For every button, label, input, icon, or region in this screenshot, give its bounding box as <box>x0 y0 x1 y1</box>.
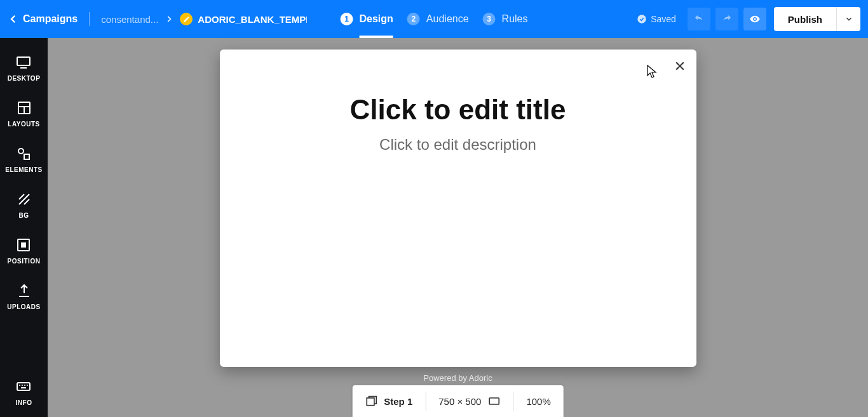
powered-by[interactable]: Powered by Adoric <box>423 373 492 383</box>
wizard-steps: 1 Design 2 Audience 3 Rules <box>341 0 528 38</box>
canvas-area[interactable]: Click to edit title Click to edit descri… <box>48 38 868 417</box>
breadcrumb-project[interactable]: consentand... <box>101 14 158 25</box>
breadcrumb-current[interactable]: ADORIC_BLANK_TEMPL <box>180 13 307 25</box>
elements-icon <box>16 146 31 161</box>
publish-dropdown[interactable] <box>836 7 860 31</box>
svg-rect-23 <box>489 398 499 404</box>
popup-canvas[interactable]: Click to edit title Click to edit descri… <box>220 50 696 367</box>
left-sidebar: DESKTOP LAYOUTS ELEMENTS BG POSITION UPL… <box>0 38 48 417</box>
sidebar-item-bg[interactable]: BG <box>17 192 32 237</box>
preview-button[interactable] <box>743 8 766 30</box>
position-icon <box>16 237 31 253</box>
sidebar-item-label: ELEMENTS <box>5 166 42 173</box>
saved-label: Saved <box>651 14 676 24</box>
chevron-right-icon <box>165 15 173 23</box>
sidebar-item-label: DESKTOP <box>8 75 41 82</box>
svg-point-0 <box>637 15 646 23</box>
svg-line-10 <box>24 199 29 204</box>
breadcrumb: Campaigns consentand... ADORIC_BLANK_TEM… <box>8 12 307 26</box>
sidebar-item-label: UPLOADS <box>7 303 40 310</box>
svg-rect-7 <box>24 154 29 159</box>
svg-rect-22 <box>367 398 374 406</box>
chevron-left-icon <box>8 13 19 25</box>
svg-line-8 <box>19 194 29 204</box>
svg-rect-12 <box>22 243 25 247</box>
step-label: Design <box>360 13 393 25</box>
aspect-icon <box>487 395 500 407</box>
svg-rect-1 <box>17 57 30 65</box>
step-label: Step 1 <box>384 396 412 407</box>
step-number: 3 <box>483 13 496 25</box>
bottom-toolbar: Step 1 750 × 500 100% <box>352 385 564 417</box>
close-icon <box>674 60 686 72</box>
undo-button[interactable] <box>688 8 710 30</box>
dimensions-display[interactable]: 750 × 500 <box>426 385 513 417</box>
sidebar-item-desktop[interactable]: DESKTOP <box>8 55 41 100</box>
dimensions-value: 750 × 500 <box>438 396 481 407</box>
sidebar-item-label: BG <box>19 212 29 219</box>
layouts-icon <box>17 100 32 116</box>
step-selector[interactable]: Step 1 <box>352 385 425 417</box>
top-bar: Campaigns consentand... ADORIC_BLANK_TEM… <box>0 0 868 38</box>
campaign-title: ADORIC_BLANK_TEMPL <box>198 14 307 25</box>
sidebar-item-position[interactable]: POSITION <box>8 237 41 283</box>
step-audience[interactable]: 2 Audience <box>407 0 469 38</box>
publish-group: Publish <box>774 7 860 31</box>
step-number: 2 <box>407 13 420 25</box>
redo-button[interactable] <box>715 8 738 30</box>
check-circle-icon <box>637 14 647 24</box>
step-icon <box>365 395 377 407</box>
desktop-icon <box>16 55 31 70</box>
step-rules[interactable]: 3 Rules <box>483 0 528 38</box>
cursor-icon <box>647 65 657 79</box>
keyboard-icon <box>16 379 31 394</box>
back-to-campaigns[interactable]: Campaigns <box>8 13 78 25</box>
publish-button[interactable]: Publish <box>774 7 836 31</box>
close-button[interactable] <box>674 60 686 72</box>
sidebar-item-elements[interactable]: ELEMENTS <box>5 146 42 192</box>
sidebar-item-uploads[interactable]: UPLOADS <box>7 283 40 329</box>
svg-line-9 <box>19 194 24 199</box>
sidebar-item-label: POSITION <box>8 258 41 265</box>
zoom-display[interactable]: 100% <box>513 385 563 417</box>
divider <box>89 12 90 26</box>
sidebar-item-layouts[interactable]: LAYOUTS <box>8 100 39 146</box>
sidebar-item-label: INFO <box>16 399 32 406</box>
popup-description[interactable]: Click to edit description <box>220 136 696 154</box>
background-icon <box>17 192 32 207</box>
step-label: Rules <box>502 13 528 25</box>
step-design[interactable]: 1 Design <box>341 0 393 38</box>
upload-icon <box>17 283 32 298</box>
popup-title[interactable]: Click to edit title <box>220 94 696 126</box>
zoom-value: 100% <box>526 396 550 407</box>
saved-indicator: Saved <box>637 14 676 24</box>
step-label: Audience <box>426 13 469 25</box>
sidebar-item-info[interactable]: INFO <box>16 379 32 417</box>
svg-rect-14 <box>17 383 30 390</box>
campaigns-label: Campaigns <box>23 13 78 25</box>
edit-icon <box>180 13 193 25</box>
sidebar-item-label: LAYOUTS <box>8 121 39 128</box>
svg-point-6 <box>18 149 24 154</box>
step-number: 1 <box>341 13 353 25</box>
topbar-actions: Saved Publish <box>637 7 860 31</box>
